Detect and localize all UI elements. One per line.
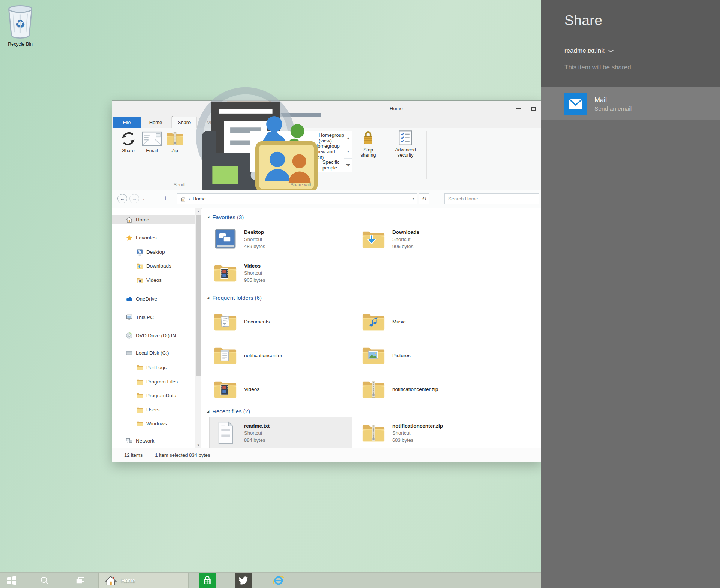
section-header-frequent-folders-6[interactable]: ◢Frequent folders (6)	[207, 293, 498, 302]
file-tile-notificationcenter-zip[interactable]: notificationcenter.zipShortcut683 bytes	[357, 417, 501, 448]
group-label-send: Send	[112, 182, 246, 187]
section-header-favorites-3[interactable]: ◢Favorites (3)	[207, 213, 498, 221]
nav-item-perflogs[interactable]: PerfLogs	[112, 362, 195, 372]
nav-item-network[interactable]: Network	[112, 436, 195, 446]
chevron-down-icon	[608, 47, 614, 52]
back-button[interactable]: ←	[117, 194, 127, 203]
search-input[interactable]	[445, 194, 538, 204]
taskbar-twitter-button[interactable]	[235, 573, 252, 588]
ribbon: Share Email Zip Burn to disc Print Fax S…	[112, 128, 542, 190]
file-tile-notificationcenter[interactable]: notificationcenter	[209, 340, 352, 371]
recycle-bin-desktop-icon[interactable]: ♻ Recycle Bin	[4, 2, 36, 47]
share-with-list-scroller: ▲ ▼ ▼	[344, 131, 352, 172]
refresh-button[interactable]: ↻	[419, 193, 429, 204]
scrollbar-thumb[interactable]	[196, 215, 201, 376]
nav-item-windows[interactable]: Windows	[112, 419, 195, 428]
folder-window-icon	[213, 343, 237, 367]
ribbon-tab-strip: File Home Share View Manage	[112, 117, 542, 128]
text-file-icon	[213, 421, 237, 445]
share-target-mail[interactable]: MailSend an email	[541, 87, 720, 120]
advanced-security-button[interactable]: Advanced security	[390, 130, 421, 158]
history-chevron-icon[interactable]: ▾	[143, 197, 144, 201]
task-view-button[interactable]	[70, 573, 91, 588]
share-charm-panel: Share readme.txt.lnk This item will be s…	[541, 0, 720, 588]
recycle-bin-icon: ♻	[4, 2, 36, 39]
address-bar[interactable]: › Home ▾	[177, 193, 417, 204]
nav-item-program-files[interactable]: Program Files	[112, 377, 195, 386]
section-divider	[248, 217, 498, 217]
nav-item-desktop[interactable]: Desktop	[112, 247, 195, 257]
item-count: 12 items	[124, 452, 142, 458]
disk-icon	[126, 349, 133, 356]
share-target-list: MailSend an email	[541, 87, 720, 120]
thispc-icon	[126, 314, 133, 321]
folder-videos-icon	[213, 261, 237, 285]
taskbar-store-button[interactable]	[199, 573, 216, 588]
status-bar: 12 items 1 item selected 834 bytes	[112, 448, 542, 462]
selection-status: 1 item selected 834 bytes	[155, 452, 210, 458]
nav-item-home[interactable]: Home	[112, 215, 195, 224]
dvd-icon	[126, 332, 133, 339]
file-tile-documents[interactable]: Documents	[209, 306, 352, 337]
file-tile-videos[interactable]: VideosShortcut905 bytes	[209, 257, 352, 289]
file-tile-desktop[interactable]: DesktopShortcut489 bytes	[209, 223, 352, 255]
file-tile-notificationcenter-zip[interactable]: notificationcenter.zip	[357, 373, 501, 405]
shared-item-name: readme.txt.lnk	[564, 47, 604, 55]
start-button[interactable]	[0, 573, 23, 588]
security-list-icon	[398, 130, 412, 146]
email-button[interactable]: Email	[141, 131, 162, 153]
folder-icon	[136, 406, 143, 413]
nav-item-downloads[interactable]: Downloads	[112, 261, 195, 271]
tab-file[interactable]: File	[113, 117, 141, 128]
breadcrumb-home-icon	[180, 196, 186, 202]
nav-item-favorites[interactable]: Favorites	[112, 233, 195, 242]
nav-item-programdata[interactable]: ProgramData	[112, 391, 195, 400]
zip-button[interactable]: Zip	[165, 131, 185, 153]
breadcrumb[interactable]: Home	[193, 196, 206, 202]
folder-pictures-icon	[362, 343, 386, 367]
share-with-specific-people[interactable]: Specific people...	[250, 158, 344, 172]
nav-item-dvd-drive-d-in[interactable]: DVD Drive (D:) IN	[112, 331, 195, 340]
nav-item-this-pc[interactable]: This PC	[112, 312, 195, 322]
up-button[interactable]: ↑	[164, 195, 167, 202]
file-tile-pictures[interactable]: Pictures	[357, 340, 501, 371]
more-options-button[interactable]: ▼	[344, 159, 352, 172]
taskbar-task-home[interactable]: Home	[98, 573, 189, 588]
share-panel-header: Share readme.txt.lnk This item will be s…	[541, 0, 720, 87]
folder-documents-icon	[213, 310, 237, 334]
maximize-button[interactable]	[531, 107, 536, 111]
search-button[interactable]	[34, 573, 55, 588]
scroll-down-button[interactable]: ▼	[344, 145, 352, 159]
file-tile-readme-txt[interactable]: readme.txtShortcut884 bytes	[209, 417, 352, 448]
zip-icon	[166, 131, 184, 147]
nav-item-videos[interactable]: Videos	[112, 275, 195, 285]
navigation-pane: HomeFavoritesDesktopDownloadsVideosOneDr…	[112, 208, 195, 448]
file-tile-downloads[interactable]: DownloadsShortcut906 bytes	[357, 223, 501, 255]
file-tile-videos[interactable]: Videos	[209, 373, 352, 405]
title-bar[interactable]: ▾ Shortcut Tools Home	[112, 101, 542, 117]
share-button[interactable]: Share	[117, 131, 139, 153]
scroll-up-button[interactable]: ▲	[344, 131, 352, 145]
stop-sharing-button[interactable]: Stop sharing	[356, 130, 381, 158]
search-box	[444, 193, 539, 204]
section-header-recent-files-2[interactable]: ◢Recent files (2)	[207, 407, 498, 415]
task-label: Home	[121, 578, 135, 584]
network-icon	[126, 437, 133, 444]
nav-item-onedrive[interactable]: OneDrive	[112, 294, 195, 304]
file-explorer-window: ▾ Shortcut Tools Home File Home Share Vi…	[112, 100, 542, 462]
address-dropdown-chevron-icon[interactable]: ▾	[412, 197, 414, 200]
forward-button[interactable]: →	[129, 194, 139, 203]
minimize-button[interactable]	[516, 108, 521, 109]
taskbar-internet-explorer-button[interactable]	[270, 573, 287, 588]
nav-item-users[interactable]: Users	[112, 405, 195, 414]
folder-downloads-icon	[362, 227, 386, 251]
tab-home[interactable]: Home	[144, 117, 168, 128]
nav-item-local-disk-c[interactable]: Local Disk (C:)	[112, 348, 195, 358]
status-divider	[148, 452, 149, 459]
file-tile-music[interactable]: Music	[357, 306, 501, 337]
shared-item-selector[interactable]: readme.txt.lnk	[564, 47, 613, 55]
scroll-up-arrow-icon[interactable]: ▲	[195, 208, 201, 214]
scroll-down-arrow-icon[interactable]: ▼	[195, 442, 201, 448]
navigation-scrollbar[interactable]: ▲ ▼	[195, 208, 201, 448]
mail-icon	[564, 93, 587, 115]
